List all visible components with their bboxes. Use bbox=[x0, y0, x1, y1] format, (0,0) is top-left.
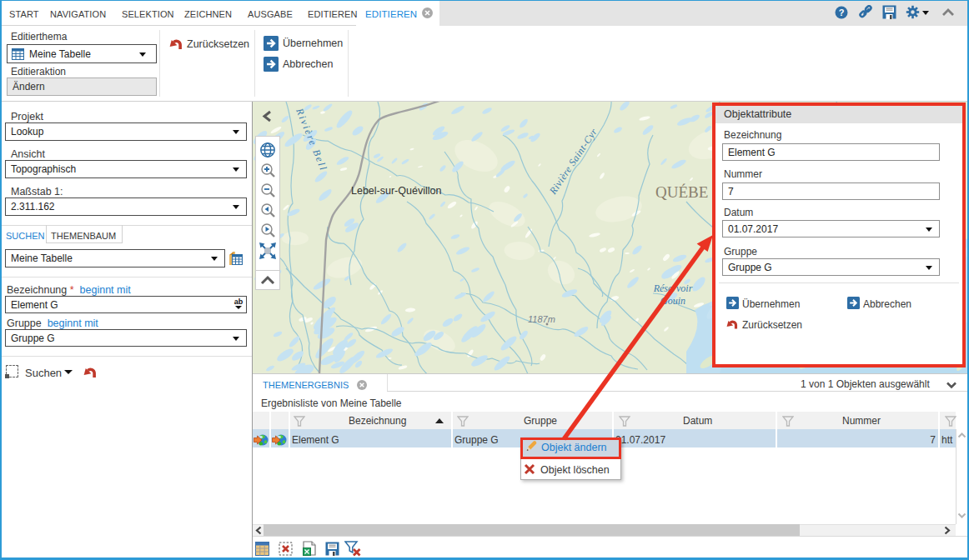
svg-text:?: ? bbox=[839, 8, 845, 18]
svg-text:1187m: 1187m bbox=[528, 314, 555, 324]
svg-text:Lebel-sur-Quévillon: Lebel-sur-Quévillon bbox=[351, 185, 441, 197]
svg-text:Réservoir: Réservoir bbox=[653, 282, 693, 294]
svg-text:QUÉBE: QUÉBE bbox=[655, 183, 708, 201]
svg-text:Gouin: Gouin bbox=[660, 295, 685, 307]
